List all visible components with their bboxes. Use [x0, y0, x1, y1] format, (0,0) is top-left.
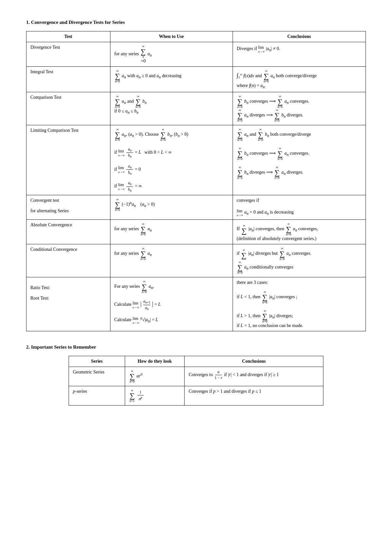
convergence-tests-table: Test When to Use Conclusions Divergence …: [26, 31, 366, 331]
table-row-absolute: Absolute Convergence for any series ∞ ∑ …: [26, 220, 366, 244]
table-row-conditional: Conditional Convergence for any series ∞…: [26, 244, 366, 277]
section2-title: 2. Important Series to Remember: [26, 344, 366, 350]
table-row-geometric: Geometric Series ∞ ∑ n=0 arn Converges t…: [69, 367, 323, 386]
conclusion-geometric: Converges to a 1 − r if |r| < 1 and dive…: [185, 367, 323, 386]
series-name-p: p-series: [69, 386, 125, 406]
when-ratio-root: For any series ∞ ∑ n=0 an, Calculate lim…: [110, 277, 233, 331]
test-name-integral: Integral Test: [26, 67, 110, 92]
when-absolute: for any series ∞ ∑ n=0 an: [110, 220, 233, 244]
when-conditional: for any series ∞ ∑ n=0 an: [110, 244, 233, 277]
conclusion-integral: ∫1∞ f(x)dx and ∞ ∑ n=0 an both converge/…: [233, 67, 366, 92]
table-row-p-series: p-series ∞ ∑ n=1 1 np Converges if p > 1…: [69, 386, 323, 406]
table-row-alternating: Convergent test for alternating Series ∞…: [26, 195, 366, 220]
col-test: Test: [26, 31, 110, 42]
section1-title: 1. Convergence and Divergence Tests for …: [26, 20, 366, 25]
col-series: Series: [69, 356, 125, 367]
test-name-comparison: Comparison Test: [26, 92, 110, 125]
test-name-absolute: Absolute Convergence: [26, 220, 110, 244]
test-name-alternating: Convergent test for alternating Series: [26, 195, 110, 220]
conclusion-alternating: converges if lim n→∞ an = 0 and an is de…: [233, 195, 366, 220]
table-row-limiting-comparison: Limiting Comparison Test ∞ ∑ n=0 an, (an…: [26, 125, 366, 195]
table-row-ratio-root: Ratio Test: Root Test: For any series ∞ …: [26, 277, 366, 331]
conclusion-conditional: if ∞ ∑ |an| diverges but ∞ ∑ n=0 an conv…: [233, 244, 366, 277]
conclusion-limiting-comparison: ∞ ∑ n=0 an and ∞ ∑ n=0 bn both converge/…: [233, 125, 366, 195]
col-conclusions2: Conclusions: [185, 356, 323, 367]
table-row: Integral Test ∞ ∑ n=0 an with an ≥ 0 and…: [26, 67, 366, 92]
col-when: When to Use: [110, 31, 233, 42]
col-look: How do they look: [125, 356, 185, 367]
when-integral: ∞ ∑ n=0 an with an ≥ 0 and an decreasing: [110, 67, 233, 92]
test-name-conditional: Conditional Convergence: [26, 244, 110, 277]
when-limiting-comparison: ∞ ∑ n=0 an, (an > 0). Choose ∞ ∑ n=0 bn,…: [110, 125, 233, 195]
conclusion-p-series: Converges if p > 1 and diverges if p ≤ 1: [185, 386, 323, 406]
when-alternating: ∞ ∑ n=0 (−1)nan (an > 0): [110, 195, 233, 220]
test-name-ratio-root: Ratio Test: Root Test:: [26, 277, 110, 331]
test-name-limiting-comparison: Limiting Comparison Test: [26, 125, 110, 195]
conclusion-ratio-root: there are 3 cases: if L < 1, then ∞ ∑ n=…: [233, 277, 366, 331]
table-row: Comparison Test ∞ ∑ n=0 an and ∞ ∑ n=0 b…: [26, 92, 366, 125]
important-series-table: Series How do they look Conclusions Geom…: [69, 356, 323, 406]
look-p-series: ∞ ∑ n=1 1 np: [125, 386, 185, 406]
when-comparison: ∞ ∑ n=0 an and ∞ ∑ n=0 bn if 0 ≤ an ≤ bn: [110, 92, 233, 125]
test-name-divergence: Divergence Test: [26, 42, 110, 67]
col-conclusions: Conclusions: [233, 31, 366, 42]
when-divergence: for any series ∞ ∑ n=0 an: [110, 42, 233, 67]
conclusion-comparison: ∞ ∑ n=0 bn converges ⟹ ∞ ∑ n=0 an conver…: [233, 92, 366, 125]
look-geometric: ∞ ∑ n=0 arn: [125, 367, 185, 386]
conclusion-divergence: Diverges if lim n→∞ |an| ≠ 0.: [233, 42, 366, 67]
conclusion-absolute: If ∞ ∑ |an| converges, then ∞ ∑ n=0 an c…: [233, 220, 366, 244]
series-name-geometric: Geometric Series: [69, 367, 125, 386]
table-row: Divergence Test for any series ∞ ∑ n=0 a…: [26, 42, 366, 67]
